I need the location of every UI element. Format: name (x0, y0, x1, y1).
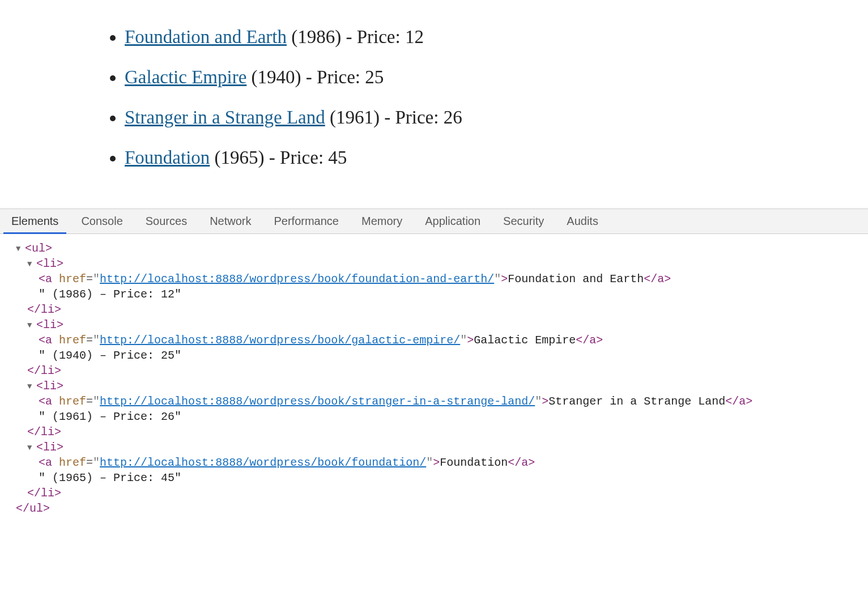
book-link[interactable]: Foundation (125, 147, 210, 168)
tab-application[interactable]: Application (414, 209, 492, 233)
expand-toggle-icon[interactable]: ▼ (27, 320, 35, 331)
expand-toggle-icon[interactable]: ▼ (27, 443, 35, 453)
dom-node-li-open[interactable]: ▼<li> (5, 317, 868, 333)
tab-elements[interactable]: Elements (0, 209, 70, 233)
tab-memory[interactable]: Memory (350, 209, 414, 233)
rendered-page: Foundation and Earth (1986) - Price: 12 … (0, 0, 868, 209)
book-list: Foundation and Earth (1986) - Price: 12 … (102, 25, 868, 170)
dom-text-node[interactable]: " (1961) – Price: 26" (5, 409, 868, 424)
tab-audits[interactable]: Audits (555, 209, 610, 233)
tab-sources[interactable]: Sources (134, 209, 198, 233)
devtools-panel: Elements Console Sources Network Perform… (0, 209, 868, 528)
dom-node-a[interactable]: <a href="http://localhost:8888/wordpress… (5, 333, 868, 348)
book-meta: (1986) - Price: 12 (291, 27, 424, 47)
expand-toggle-icon[interactable]: ▼ (16, 244, 24, 254)
list-item: Stranger in a Strange Land (1961) - Pric… (125, 105, 868, 130)
dom-text-node[interactable]: " (1965) – Price: 45" (5, 470, 868, 486)
dom-node-a[interactable]: <a href="http://localhost:8888/wordpress… (5, 394, 868, 409)
dom-node-li-close: </li> (5, 363, 868, 378)
dom-node-li-close: </li> (5, 424, 868, 440)
list-item: Galactic Empire (1940) - Price: 25 (125, 65, 868, 90)
dom-text-node[interactable]: " (1940) – Price: 25" (5, 348, 868, 363)
dom-node-a[interactable]: <a href="http://localhost:8888/wordpress… (5, 455, 868, 470)
dom-node-li-close: </li> (5, 486, 868, 501)
book-link[interactable]: Galactic Empire (125, 67, 246, 87)
dom-node-ul-open[interactable]: ▼<ul> (5, 241, 868, 256)
href-value[interactable]: http://localhost:8888/wordpress/book/fou… (100, 456, 426, 469)
tab-console[interactable]: Console (70, 209, 134, 233)
href-value[interactable]: http://localhost:8888/wordpress/book/gal… (100, 334, 460, 347)
book-link[interactable]: Foundation and Earth (125, 27, 287, 47)
expand-toggle-icon[interactable]: ▼ (27, 381, 35, 392)
book-meta: (1961) - Price: 26 (330, 107, 462, 127)
list-item: Foundation (1965) - Price: 45 (125, 146, 868, 170)
book-meta: (1965) - Price: 45 (215, 147, 347, 168)
tab-security[interactable]: Security (492, 209, 555, 233)
dom-node-li-open[interactable]: ▼<li> (5, 440, 868, 455)
href-value[interactable]: http://localhost:8888/wordpress/book/fou… (100, 273, 494, 286)
href-value[interactable]: http://localhost:8888/wordpress/book/str… (100, 395, 535, 408)
tab-performance[interactable]: Performance (263, 209, 351, 233)
devtools-tabbar: Elements Console Sources Network Perform… (0, 209, 868, 234)
dom-tree: ▼<ul> ▼<li> <a href="http://localhost:88… (0, 234, 868, 528)
book-meta: (1940) - Price: 25 (252, 67, 384, 87)
book-link[interactable]: Stranger in a Strange Land (125, 107, 325, 127)
tab-network[interactable]: Network (198, 209, 262, 233)
dom-node-li-open[interactable]: ▼<li> (5, 378, 868, 394)
dom-node-li-close: </li> (5, 302, 868, 317)
dom-node-ul-close: </ul> (5, 501, 868, 516)
dom-node-li-open[interactable]: ▼<li> (5, 256, 868, 271)
list-item: Foundation and Earth (1986) - Price: 12 (125, 25, 868, 49)
expand-toggle-icon[interactable]: ▼ (27, 259, 35, 270)
dom-node-a[interactable]: <a href="http://localhost:8888/wordpress… (5, 271, 868, 287)
dom-text-node[interactable]: " (1986) – Price: 12" (5, 287, 868, 302)
